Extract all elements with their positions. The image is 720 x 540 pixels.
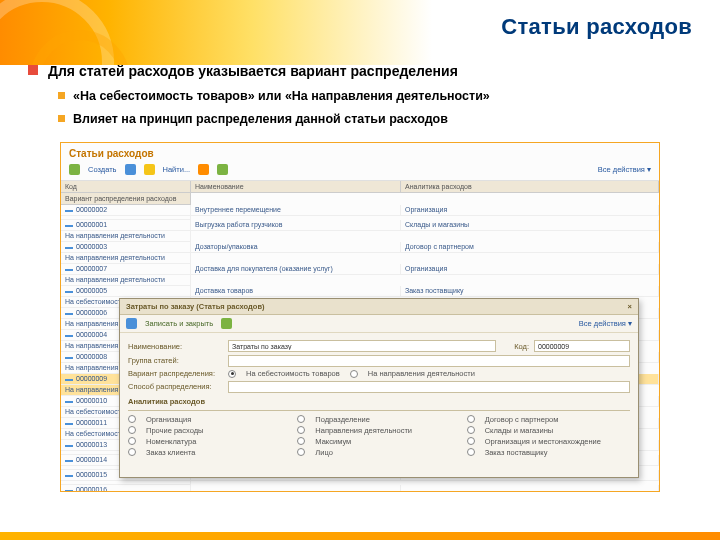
method-input[interactable] xyxy=(228,381,630,393)
field-label: Наименование: xyxy=(128,342,223,351)
code-input[interactable] xyxy=(534,340,630,352)
table-row[interactable]: 00000016 xyxy=(61,485,659,492)
all-actions-link[interactable]: Все действия ▾ xyxy=(598,165,651,174)
field-label: Вариант распределения: xyxy=(128,369,223,378)
app-toolbar: Создать Найти... Все действия ▾ xyxy=(61,162,659,181)
all-actions-link[interactable]: Все действия ▾ xyxy=(579,319,632,328)
radio-label: На себестоимость товаров xyxy=(246,369,340,378)
radio-label: На направления деятельности xyxy=(368,369,475,378)
create-button[interactable]: Создать xyxy=(88,165,117,174)
tool-icon[interactable] xyxy=(217,164,228,175)
section-title: Аналитика расходов xyxy=(128,397,630,406)
bullet-icon xyxy=(58,115,65,122)
analytics-option[interactable]: Организация xyxy=(128,415,291,424)
app-window-title: Статьи расходов xyxy=(61,143,659,162)
analytics-option[interactable]: Договор с партнером xyxy=(467,415,630,424)
table-row[interactable]: 00000001Выгрузка работа грузчиковСклады … xyxy=(61,220,659,242)
page-title: Статьи расходов xyxy=(28,10,692,58)
find-button[interactable]: Найти... xyxy=(163,165,191,174)
close-icon[interactable]: × xyxy=(628,302,632,311)
field-label: Код: xyxy=(501,342,529,351)
bullet-level2: Влияет на принцип распределения данной с… xyxy=(73,111,448,128)
bullet-icon xyxy=(58,92,65,99)
analytics-option[interactable]: Прочие расходы xyxy=(128,426,291,435)
bullet-icon xyxy=(28,65,38,75)
bullet-level1: Для статей расходов указывается вариант … xyxy=(48,62,458,80)
save-icon[interactable] xyxy=(126,318,137,329)
app-screenshot: Статьи расходов Создать Найти... Все дей… xyxy=(60,142,660,492)
name-input[interactable] xyxy=(228,340,496,352)
analytics-option[interactable]: Номенклатура xyxy=(128,437,291,446)
analytics-option[interactable]: Заказ клиента xyxy=(128,448,291,457)
group-input[interactable] xyxy=(228,355,630,367)
tool-icon[interactable] xyxy=(198,164,209,175)
tool-icon[interactable] xyxy=(144,164,155,175)
analytics-option[interactable]: Лицо xyxy=(297,448,460,457)
analytics-option[interactable]: Максимум xyxy=(297,437,460,446)
analytics-option[interactable]: Организация и местонахождение xyxy=(467,437,630,446)
field-label: Группа статей: xyxy=(128,356,223,365)
dialog-window: Затраты по заказу (Статья расходов) × За… xyxy=(119,298,639,478)
add-icon[interactable] xyxy=(69,164,80,175)
dialog-title: Затраты по заказу (Статья расходов) xyxy=(126,302,265,311)
analytics-option[interactable]: Направления деятельности xyxy=(297,426,460,435)
field-label: Способ распределения: xyxy=(128,382,223,391)
footer-stripe xyxy=(0,532,720,540)
analytics-option[interactable]: Подразделение xyxy=(297,415,460,424)
radio-cost[interactable] xyxy=(228,370,236,378)
table-row[interactable]: 00000003Дозаторы/упаковкаДоговор с партн… xyxy=(61,242,659,264)
table-row[interactable]: 00000007Доставка для покупателя (оказани… xyxy=(61,264,659,286)
col-header[interactable]: Наименование xyxy=(191,181,401,193)
bullet-level2: «На себестоимость товаров» или «На напра… xyxy=(73,88,490,105)
save-close-button[interactable]: Записать и закрыть xyxy=(145,319,213,328)
tool-icon[interactable] xyxy=(221,318,232,329)
tool-icon[interactable] xyxy=(125,164,136,175)
col-header[interactable]: Аналитика расходов xyxy=(401,181,659,193)
col-header[interactable]: Вариант распределения расходов xyxy=(61,193,191,205)
analytics-option[interactable]: Заказ поставщику xyxy=(467,448,630,457)
table-row[interactable]: 00000002Внутреннее перемещениеОрганизаци… xyxy=(61,205,659,220)
radio-direction[interactable] xyxy=(350,370,358,378)
data-table: Код Наименование Аналитика расходов Вари… xyxy=(61,181,659,205)
col-header[interactable]: Код xyxy=(61,181,191,193)
analytics-option[interactable]: Склады и магазины xyxy=(467,426,630,435)
